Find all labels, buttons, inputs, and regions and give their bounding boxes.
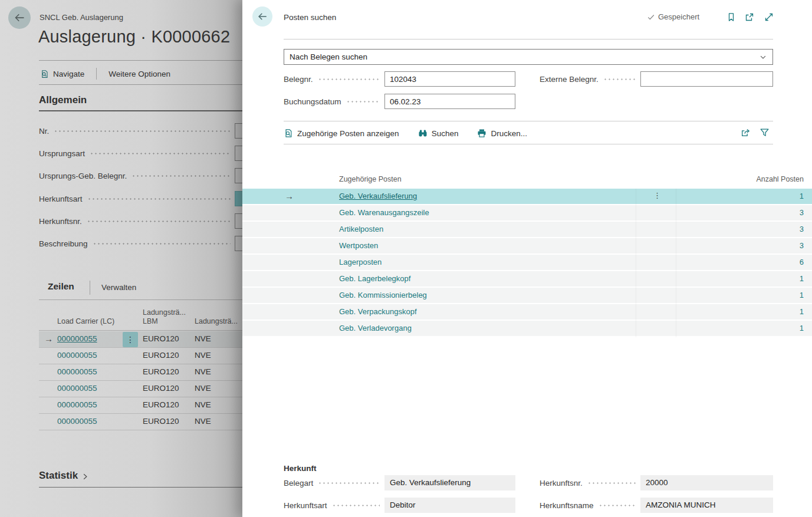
ursprungs-geb-belegnr-field[interactable]	[235, 168, 242, 183]
related-entry-link[interactable]: Geb. Warenausgangszeile	[339, 208, 429, 217]
table-row[interactable]: Geb. Lagerbelegkopf 1	[242, 271, 812, 287]
show-related-label: Zugehörige Posten anzeigen	[297, 129, 399, 138]
dotted-leader	[346, 100, 380, 104]
related-entry-link[interactable]: Wertposten	[339, 241, 378, 250]
statistik-label: Statistik	[39, 470, 78, 482]
more-options-button[interactable]: Weitere Optionen	[109, 70, 170, 78]
search-type-select[interactable]: Nach Belegen suchen	[284, 49, 773, 65]
herkunftsart-field[interactable]	[235, 191, 242, 206]
table-row[interactable]: Lagerposten 6	[242, 255, 812, 270]
table-row[interactable]: Geb. Verladevorgang 1	[242, 321, 812, 336]
related-entry-link[interactable]: Geb. Kommissionierbeleg	[339, 291, 427, 299]
entry-count: 3	[800, 208, 804, 217]
buchungsdatum-input[interactable]	[384, 94, 515, 109]
column-header-typ[interactable]: Ladungsträ...	[195, 317, 238, 325]
table-row[interactable]: Geb. Kommissionierbeleg 1	[242, 288, 812, 303]
typ-cell: NVE	[195, 417, 211, 426]
dialog-title: Posten suchen	[284, 13, 336, 22]
divider	[39, 84, 242, 85]
herkunftsnr-field[interactable]	[235, 213, 242, 229]
herkunftsart-value[interactable]: Debitor	[384, 498, 515, 513]
load-carrier-link[interactable]: 000000055	[57, 367, 97, 376]
tab-separator	[90, 281, 90, 295]
load-carrier-link[interactable]: 000000055	[57, 334, 97, 343]
entry-count: 3	[800, 225, 804, 233]
related-entry-link[interactable]: Geb. Verpackungskopf	[339, 307, 417, 316]
table-row[interactable]: 000000055 EURO120 NVE	[39, 348, 242, 364]
typ-cell: NVE	[195, 384, 211, 393]
row-options-icon[interactable]: ⋮	[653, 191, 661, 200]
column-header-load-carrier[interactable]: Load Carrier (LC)	[57, 317, 114, 325]
belegnr-input[interactable]	[384, 71, 515, 87]
related-entry-link[interactable]: Lagerposten	[339, 258, 382, 266]
chevron-right-icon	[81, 472, 89, 481]
section-allgemein[interactable]: Allgemein	[39, 94, 87, 106]
row-options-icon[interactable]: ⋮	[123, 332, 138, 347]
belegart-value[interactable]: Geb. Verkaufslieferung	[384, 475, 515, 490]
section-underline	[39, 110, 242, 111]
load-carrier-link[interactable]: 000000055	[57, 384, 97, 393]
buchungsdatum-label: Buchungsdatum	[284, 97, 341, 106]
load-carrier-link[interactable]: 000000055	[57, 351, 97, 360]
tab-zeilen[interactable]: Zeilen	[48, 281, 74, 292]
related-entry-link[interactable]: Artikelposten	[339, 225, 383, 233]
table-row[interactable]: Wertposten 3	[242, 238, 812, 253]
externe-belegnr-input[interactable]	[640, 71, 773, 87]
column-header-related-entries[interactable]: Zugehörige Posten	[339, 175, 402, 183]
table-row[interactable]: Geb. Warenausgangszeile 3	[242, 205, 812, 220]
dotted-leader	[90, 152, 231, 156]
bookmark-icon[interactable]	[726, 12, 737, 22]
field-label-ursprungsart: Ursprungsart	[39, 149, 85, 158]
herkunftsname-value[interactable]: AMZONIA MUNICH	[640, 498, 773, 513]
load-carrier-link[interactable]: 000000055	[57, 400, 97, 409]
table-header: Zugehörige Posten Anzahl Posten	[242, 170, 812, 189]
belegnr-row: Belegnr.	[284, 71, 515, 87]
share-icon[interactable]	[741, 127, 751, 138]
section-statistik[interactable]: Statistik	[39, 470, 89, 482]
navigate-label: Navigate	[53, 70, 84, 78]
herkunftsnr-value[interactable]: 20000	[640, 475, 773, 490]
show-related-entries-button[interactable]: Zugehörige Posten anzeigen	[284, 129, 399, 138]
open-in-window-icon[interactable]	[744, 12, 755, 22]
typ-cell: NVE	[195, 400, 211, 409]
more-options-label: Weitere Optionen	[109, 70, 170, 78]
binoculars-icon	[418, 129, 428, 138]
dotted-leader	[54, 129, 231, 133]
column-header-lbm-line1[interactable]: Ladungsträ...	[143, 308, 186, 317]
related-entry-link[interactable]: Geb. Lagerbelegkopf	[339, 274, 410, 283]
related-entry-link[interactable]: Geb. Verkaufslieferung	[339, 192, 417, 200]
table-row[interactable]: 000000055 EURO120 NVE	[39, 414, 242, 430]
current-row-arrow-icon: →	[285, 191, 294, 201]
divider	[284, 144, 773, 144]
dialog-back-button[interactable]	[252, 6, 272, 27]
filter-icon[interactable]	[760, 127, 770, 138]
back-button[interactable]	[8, 6, 31, 29]
table-row[interactable]: 000000055 EURO120 NVE	[39, 364, 242, 381]
column-header-count[interactable]: Anzahl Posten	[756, 175, 804, 183]
nr-field[interactable]	[235, 123, 242, 139]
tab-verwalten[interactable]: Verwalten	[101, 283, 136, 292]
search-button[interactable]: Suchen	[418, 129, 459, 138]
saved-label: Gespeichert	[658, 12, 699, 21]
table-row[interactable]: 000000055 EURO120 NVE	[39, 397, 242, 414]
divider	[39, 60, 242, 61]
print-button[interactable]: Drucken...	[477, 129, 527, 138]
related-entry-link[interactable]: Geb. Verladevorgang	[339, 324, 412, 332]
table-row[interactable]: → Geb. Verkaufslieferung ⋮ 1	[242, 189, 812, 204]
table-row[interactable]: 000000055 EURO120 NVE	[39, 381, 242, 397]
field-label-herkunftsnr: Herkunftsnr.	[39, 217, 82, 226]
column-header-lbm-line2[interactable]: LBM	[143, 317, 158, 325]
belegnr-label: Belegnr.	[284, 75, 313, 84]
dotted-leader	[599, 503, 636, 508]
lbm-cell: EURO120	[143, 384, 179, 393]
lbm-cell: EURO120	[143, 367, 179, 376]
beschreibung-field[interactable]	[235, 236, 242, 251]
background-page: SNCL Geb. Auslagerung Auslagerung · K000…	[0, 0, 242, 517]
navigate-button[interactable]: Navigate	[40, 70, 84, 78]
table-row[interactable]: Geb. Verpackungskopf 1	[242, 304, 812, 320]
table-row[interactable]: → 000000055 ⋮ EURO120 NVE	[39, 331, 242, 348]
table-row[interactable]: Artikelposten 3	[242, 222, 812, 237]
load-carrier-link[interactable]: 000000055	[57, 417, 97, 426]
expand-icon[interactable]	[764, 12, 774, 22]
ursprungsart-field[interactable]	[235, 146, 242, 161]
